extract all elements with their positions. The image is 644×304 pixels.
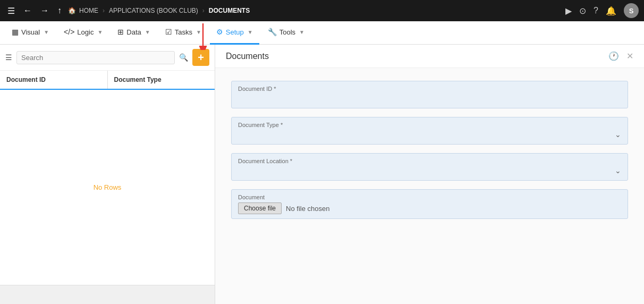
tools-icon: 🔧 [268,28,277,36]
data-dropdown-icon: ▼ [145,29,150,35]
right-panel-header: Documents 🕐 ✕ [215,45,644,68]
history-button[interactable]: 🕐 [608,51,619,61]
file-field-body: Choose file No file chosen [238,202,621,214]
add-button[interactable]: + [192,49,209,66]
tab-setup[interactable]: ⚙ Setup ▼ [210,21,259,45]
left-panel-footer [0,285,215,304]
no-file-text: No file chosen [286,205,329,213]
document-type-field[interactable]: Document Type * ⌄ [231,117,628,145]
up-icon[interactable]: ↑ [55,4,64,18]
red-arrow-annotation [195,23,211,50]
avatar[interactable]: S [624,3,639,18]
tab-tasks-label: Tasks [175,28,192,36]
tasks-icon: ☑ [165,28,172,36]
play-icon[interactable]: ▶ [565,6,572,16]
close-button[interactable]: ✕ [626,51,633,61]
menu-icon[interactable]: ☰ [5,4,17,18]
right-panel: Documents 🕐 ✕ Document ID * Document Typ… [215,45,644,304]
tab-tools-label: Tools [279,28,295,36]
document-type-label: Document Type * [238,122,621,128]
document-id-field: Document ID * [231,81,628,108]
arrow-container: + [192,49,209,66]
document-location-arrow-icon: ⌄ [615,166,621,175]
document-file-label: Document [238,194,621,200]
tab-data-label: Data [126,28,141,36]
document-location-field[interactable]: Document Location * ⌄ [231,153,628,181]
document-file-field: Document Choose file No file chosen [231,189,628,219]
search-nav-icon[interactable]: ⊙ [579,6,586,16]
tools-dropdown-icon: ▼ [299,29,304,35]
breadcrumb-sep1: › [103,7,105,14]
data-icon: ⊞ [117,28,124,36]
hamburger-icon[interactable]: ☰ [5,53,12,62]
bell-icon[interactable]: 🔔 [606,6,616,16]
choose-file-button[interactable]: Choose file [238,202,282,214]
left-panel-toolbar: ☰ 🔍 + [0,45,215,71]
back-icon[interactable]: ← [21,4,34,18]
breadcrumb-sep2: › [202,7,205,14]
col-document-id: Document ID [0,71,108,89]
document-type-arrow-icon: ⌄ [615,130,621,139]
search-input-wrap [16,51,175,64]
setup-icon: ⚙ [216,28,223,36]
table-header: Document ID Document Type [0,71,215,90]
main-layout: ☰ 🔍 + Document ID D [0,45,644,304]
tab-visual[interactable]: ▦ Visual ▼ [5,21,55,45]
left-panel: ☰ 🔍 + Document ID D [0,45,215,304]
setup-dropdown-icon: ▼ [248,29,253,35]
tab-data[interactable]: ⊞ Data ▼ [111,21,156,45]
tabbar: ▦ Visual ▼ </> Logic ▼ ⊞ Data ▼ ☑ Tasks … [0,21,644,45]
tab-logic-label: Logic [77,28,94,36]
document-id-label: Document ID * [238,86,621,92]
home-label[interactable]: HOME [79,7,98,14]
help-icon[interactable]: ? [594,6,598,15]
search-icon-btn[interactable]: 🔍 [179,53,188,62]
app-label[interactable]: APPLICATIONS (BOOK CLUB) [109,7,198,14]
document-location-dropdown[interactable]: ⌄ [238,166,621,175]
right-panel-actions: 🕐 ✕ [608,51,633,61]
home-icon: 🏠 [68,7,76,14]
tab-logic[interactable]: </> Logic ▼ [57,21,109,45]
forward-icon[interactable]: → [38,4,51,18]
tab-setup-label: Setup [226,28,244,36]
navbar-right: ▶ ⊙ ? 🔔 S [565,3,639,18]
col-document-type: Document Type [108,71,215,89]
right-panel-title: Documents [226,52,269,61]
breadcrumb: 🏠 HOME › APPLICATIONS (BOOK CLUB) › DOCU… [68,7,250,14]
document-id-input[interactable] [238,94,621,102]
logic-icon: </> [64,28,74,36]
form-area: Document ID * Document Type * ⌄ Document… [215,68,644,232]
document-location-label: Document Location * [238,158,621,164]
document-type-dropdown[interactable]: ⌄ [238,130,621,139]
no-rows-message: No Rows [0,90,215,285]
navbar: ☰ ← → ↑ 🏠 HOME › APPLICATIONS (BOOK CLUB… [0,0,644,21]
visual-icon: ▦ [12,28,19,36]
tab-tools[interactable]: 🔧 Tools ▼ [261,21,311,45]
logic-dropdown-icon: ▼ [97,29,103,35]
search-input[interactable] [21,54,170,62]
visual-dropdown-icon: ▼ [44,29,49,35]
tab-visual-label: Visual [21,28,40,36]
current-page-label: DOCUMENTS [209,7,250,14]
